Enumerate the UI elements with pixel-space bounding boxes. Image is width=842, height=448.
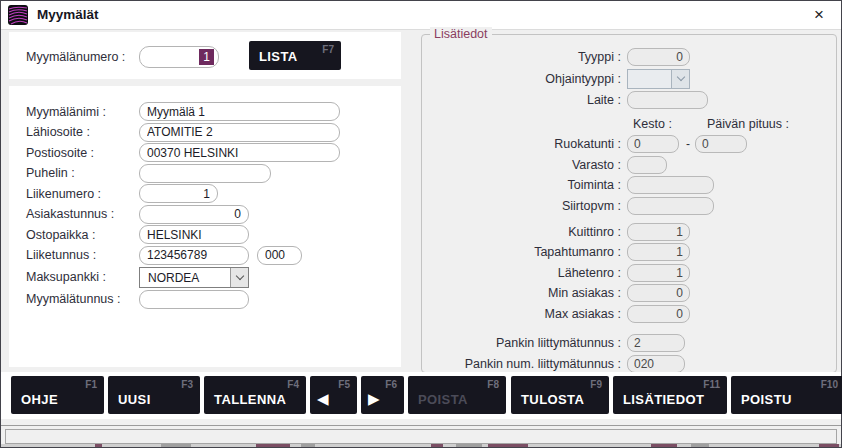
bank-num-interface-id-label: Pankin num. liittymätunnus : <box>422 357 627 371</box>
type-label: Tyyppi : <box>422 50 627 64</box>
lunch-break-label: Ruokatunti : <box>422 137 627 151</box>
postal-address-input[interactable] <box>139 143 340 162</box>
business-number-label: Liikenumero : <box>26 187 139 201</box>
store-number-label: Myymälänumero : <box>26 50 139 64</box>
store-name-label: Myymälänimi : <box>26 105 139 119</box>
close-icon[interactable]: × <box>808 1 830 29</box>
store-name-input[interactable] <box>139 102 340 121</box>
details-button[interactable]: LISÄTIEDOT F11 <box>613 376 727 414</box>
payment-bank-dropdown-button[interactable] <box>230 268 248 287</box>
save-button-label: TALLENNA <box>214 392 286 407</box>
lista-button-label: LISTA <box>259 49 298 64</box>
bank-num-interface-id-input[interactable] <box>627 355 685 373</box>
warehouse-input[interactable] <box>627 156 667 174</box>
exit-button-fkey: F10 <box>821 379 838 390</box>
lunch-duration-input[interactable] <box>627 135 679 153</box>
transfer-date-input[interactable] <box>627 197 714 215</box>
type-input[interactable] <box>627 48 690 66</box>
print-button-label: TULOSTA <box>521 392 584 407</box>
window-title: Myymälät <box>37 1 99 29</box>
min-customer-input[interactable] <box>627 284 690 302</box>
print-button-fkey: F9 <box>590 379 602 390</box>
transaction-number-label: Tapahtumanro : <box>422 245 627 259</box>
lista-button-fkey: F7 <box>322 44 334 55</box>
purchase-place-label: Ostopaikka : <box>26 228 139 242</box>
transfer-date-label: Siirtopvm : <box>422 199 627 213</box>
customer-id-label: Asiakastunnus : <box>26 207 139 221</box>
new-button-fkey: F3 <box>181 379 193 390</box>
operation-input[interactable] <box>627 176 714 194</box>
device-input[interactable] <box>627 91 708 109</box>
previous-button-fkey: F5 <box>338 379 350 390</box>
bank-interface-id-label: Pankin liittymätunnus : <box>422 336 627 350</box>
payment-bank-select[interactable]: NORDEA <box>139 267 249 288</box>
operation-label: Toiminta : <box>422 178 627 192</box>
payment-bank-value: NORDEA <box>140 268 230 287</box>
stores-window: Myymälät × Myymälänumero : 1 LISTA F7 My… <box>0 0 842 448</box>
next-button[interactable]: ▶ F6 <box>361 376 404 414</box>
transaction-number-input[interactable] <box>627 243 690 261</box>
controller-type-value <box>628 70 671 88</box>
dispatch-number-input[interactable] <box>627 264 690 282</box>
title-bar: Myymälät × <box>1 1 841 30</box>
background-window-sliver <box>1 444 841 447</box>
help-button-fkey: F1 <box>85 379 97 390</box>
lista-button[interactable]: LISTA F7 <box>249 41 341 70</box>
help-button-label: OHJE <box>21 392 58 407</box>
business-id-input[interactable] <box>139 246 249 265</box>
new-button[interactable]: UUSI F3 <box>108 376 200 414</box>
store-id-input[interactable] <box>139 290 249 309</box>
help-button[interactable]: OHJE F1 <box>11 376 104 414</box>
max-customer-input[interactable] <box>627 305 690 323</box>
device-label: Laite : <box>422 93 627 107</box>
new-button-label: UUSI <box>118 392 151 407</box>
status-bar <box>5 429 837 444</box>
receipt-number-label: Kuittinro : <box>422 225 627 239</box>
dispatch-number-label: Lähetenro : <box>422 266 627 280</box>
bank-interface-id-input[interactable] <box>627 334 685 352</box>
customer-id-input[interactable] <box>139 205 249 224</box>
store-number-input[interactable]: 1 <box>139 46 219 68</box>
save-button[interactable]: TALLENNA F4 <box>204 376 306 414</box>
store-id-label: Myymälätunnus : <box>26 292 139 306</box>
delete-button-label: POISTA <box>418 392 468 407</box>
controller-type-label: Ohjaintyyppi : <box>422 72 627 86</box>
purchase-place-input[interactable] <box>139 225 249 244</box>
business-number-input[interactable] <box>139 184 218 203</box>
business-id-suffix-input[interactable] <box>257 246 302 265</box>
postal-address-label: Postiosoite : <box>26 146 139 160</box>
arrow-left-icon: ◀ <box>317 390 329 408</box>
chevron-down-icon <box>676 73 684 81</box>
day-length-input[interactable] <box>695 135 747 153</box>
phone-label: Puhelin : <box>26 166 139 180</box>
additional-info-title: Lisätiedot <box>430 27 492 41</box>
duration-header: Kesto : <box>633 117 707 133</box>
details-button-fkey: F11 <box>703 379 720 390</box>
details-button-label: LISÄTIEDOT <box>623 392 704 407</box>
street-address-label: Lähiosoite : <box>26 125 139 139</box>
min-customer-label: Min asiakas : <box>422 286 627 300</box>
day-length-header: Päivän pituus : <box>707 117 789 133</box>
print-button[interactable]: TULOSTA F9 <box>511 376 609 414</box>
store-number-value: 1 <box>199 49 214 65</box>
street-address-input[interactable] <box>139 123 340 142</box>
payment-bank-label: Maksupankki : <box>26 270 139 284</box>
phone-input[interactable] <box>139 164 271 183</box>
warehouse-label: Varasto : <box>422 158 627 172</box>
arrow-right-icon: ▶ <box>368 390 380 408</box>
separator-line <box>1 425 841 426</box>
controller-type-dropdown-button[interactable] <box>671 70 689 88</box>
receipt-number-input[interactable] <box>627 223 690 241</box>
delete-button-fkey: F8 <box>487 379 499 390</box>
store-number-panel: Myymälänumero : 1 LISTA F7 <box>9 32 401 79</box>
delete-button: POISTA F8 <box>408 376 506 414</box>
range-dash: - <box>686 137 690 151</box>
business-id-label: Liiketunnus : <box>26 248 139 262</box>
save-button-fkey: F4 <box>287 379 299 390</box>
previous-button[interactable]: ◀ F5 <box>310 376 357 414</box>
store-details-panel: Myymälänimi : Lähiosoite : Postiosoite :… <box>9 86 401 367</box>
exit-button[interactable]: POISTU F10 <box>731 376 842 414</box>
chevron-down-icon <box>235 271 243 279</box>
exit-button-label: POISTU <box>741 392 792 407</box>
controller-type-select[interactable] <box>627 69 690 89</box>
